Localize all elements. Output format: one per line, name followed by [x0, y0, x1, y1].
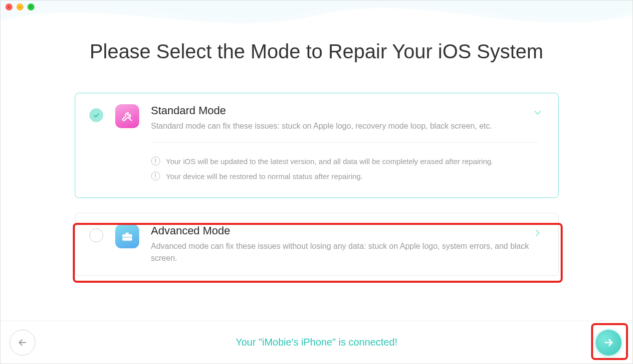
mode-advanced-text: Advanced Mode Advanced mode can fix thes…: [151, 224, 538, 264]
briefcase-icon: [115, 224, 139, 248]
maximize-icon: +: [29, 5, 32, 9]
chevron-down-icon[interactable]: [532, 107, 543, 120]
tools-icon: [115, 104, 139, 128]
mode-advanced-desc: Advanced mode can fix these issues witho…: [151, 240, 538, 264]
note-line: ! Your device will be restored to normal…: [151, 172, 538, 181]
header-wave-decoration: [0, 0, 633, 40]
mode-card-advanced[interactable]: Advanced Mode Advanced mode can fix thes…: [75, 213, 559, 276]
window-minimize-button[interactable]: −: [16, 3, 23, 10]
warning-icon: !: [151, 157, 160, 166]
mode-card-standard[interactable]: Standard Mode Standard mode can fix thes…: [75, 93, 559, 198]
mode-advanced-title: Advanced Mode: [151, 224, 538, 237]
footer-bar: Your "iMobie's iPhone" is connected!: [0, 321, 633, 364]
page-title: Please Select the Mode to Repair Your iO…: [0, 40, 633, 63]
back-button[interactable]: [9, 330, 35, 356]
mode-list: Standard Mode Standard mode can fix thes…: [75, 93, 559, 276]
svg-rect-1: [125, 232, 129, 234]
mode-advanced-radio[interactable]: [89, 228, 103, 242]
mode-standard-radio[interactable]: [89, 108, 103, 122]
mode-standard-desc: Standard mode can fix these issues: stuc…: [151, 120, 538, 132]
connection-status: Your "iMobie's iPhone" is connected!: [235, 337, 397, 348]
close-icon: ×: [7, 5, 10, 9]
window-close-button[interactable]: ×: [5, 3, 12, 10]
mode-standard-notes: ! Your iOS will be updated to the latest…: [151, 142, 538, 181]
arrow-left-icon: [17, 337, 28, 348]
note-text: Your device will be restored to normal s…: [166, 172, 363, 181]
arrow-right-icon: [603, 337, 615, 349]
window-controls: × − +: [5, 3, 34, 10]
warning-icon: !: [151, 172, 160, 181]
check-icon: [92, 111, 100, 119]
window-maximize-button[interactable]: +: [27, 3, 34, 10]
next-button[interactable]: [596, 330, 622, 356]
minimize-icon: −: [18, 5, 21, 9]
mode-standard-text: Standard Mode Standard mode can fix thes…: [151, 104, 538, 186]
note-text: Your iOS will be updated to the latest v…: [166, 157, 493, 166]
svg-rect-2: [122, 237, 132, 238]
chevron-right-icon[interactable]: [532, 227, 543, 240]
note-line: ! Your iOS will be updated to the latest…: [151, 157, 538, 166]
mode-standard-title: Standard Mode: [151, 104, 538, 117]
